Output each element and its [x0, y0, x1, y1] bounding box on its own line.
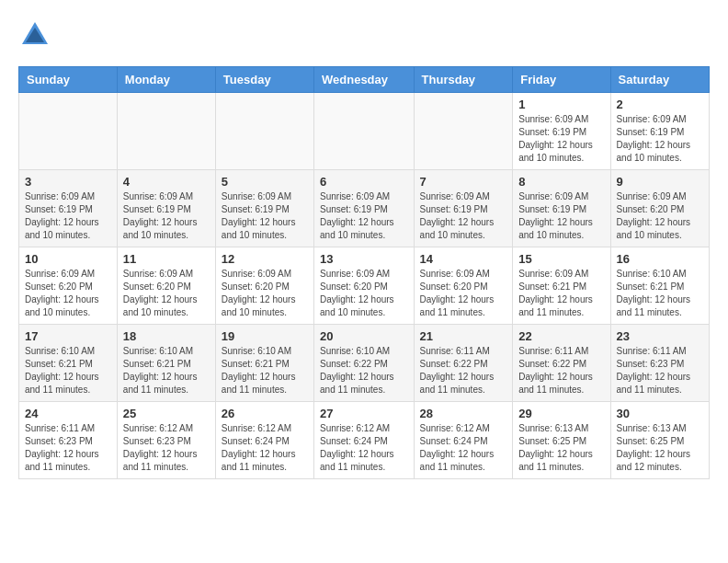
day-header-thursday: Thursday — [414, 67, 513, 93]
calendar-cell: 4Sunrise: 6:09 AM Sunset: 6:19 PM Daylig… — [117, 170, 215, 247]
day-number: 9 — [617, 175, 703, 189]
day-header-tuesday: Tuesday — [215, 67, 313, 93]
calendar-cell: 22Sunrise: 6:11 AM Sunset: 6:22 PM Dayli… — [513, 325, 610, 402]
day-info: Sunrise: 6:10 AM Sunset: 6:21 PM Dayligh… — [25, 345, 111, 396]
day-number: 22 — [518, 329, 604, 343]
calendar-cell: 15Sunrise: 6:09 AM Sunset: 6:21 PM Dayli… — [513, 247, 610, 325]
day-header-friday: Friday — [513, 67, 610, 93]
calendar-cell: 28Sunrise: 6:12 AM Sunset: 6:24 PM Dayli… — [414, 402, 513, 479]
calendar-cell: 16Sunrise: 6:10 AM Sunset: 6:21 PM Dayli… — [610, 247, 709, 325]
day-info: Sunrise: 6:09 AM Sunset: 6:20 PM Dayligh… — [420, 268, 507, 319]
day-number: 7 — [420, 175, 507, 189]
calendar-cell: 21Sunrise: 6:11 AM Sunset: 6:22 PM Dayli… — [414, 325, 513, 402]
calendar-cell: 5Sunrise: 6:09 AM Sunset: 6:19 PM Daylig… — [215, 170, 313, 247]
day-info: Sunrise: 6:13 AM Sunset: 6:25 PM Dayligh… — [617, 422, 703, 474]
calendar-cell: 23Sunrise: 6:11 AM Sunset: 6:23 PM Dayli… — [610, 325, 709, 402]
day-header-saturday: Saturday — [610, 67, 709, 93]
logo — [18, 18, 57, 52]
calendar-cell — [314, 93, 415, 170]
day-info: Sunrise: 6:09 AM Sunset: 6:19 PM Dayligh… — [123, 190, 210, 242]
day-number: 23 — [617, 329, 703, 343]
day-number: 30 — [617, 407, 703, 420]
day-number: 27 — [320, 407, 408, 420]
day-number: 25 — [123, 407, 210, 420]
calendar-cell: 27Sunrise: 6:12 AM Sunset: 6:24 PM Dayli… — [314, 402, 415, 479]
day-info: Sunrise: 6:11 AM Sunset: 6:23 PM Dayligh… — [617, 345, 703, 396]
calendar-cell: 19Sunrise: 6:10 AM Sunset: 6:21 PM Dayli… — [215, 325, 313, 402]
calendar-cell: 10Sunrise: 6:09 AM Sunset: 6:20 PM Dayli… — [19, 247, 118, 325]
day-number: 10 — [25, 252, 111, 266]
calendar-week-row: 17Sunrise: 6:10 AM Sunset: 6:21 PM Dayli… — [19, 325, 710, 402]
calendar-cell — [117, 93, 215, 170]
day-number: 20 — [320, 329, 408, 343]
calendar-week-row: 3Sunrise: 6:09 AM Sunset: 6:19 PM Daylig… — [19, 170, 710, 247]
day-number: 26 — [222, 407, 308, 420]
day-info: Sunrise: 6:12 AM Sunset: 6:24 PM Dayligh… — [420, 422, 507, 474]
day-info: Sunrise: 6:12 AM Sunset: 6:24 PM Dayligh… — [320, 422, 408, 474]
calendar-cell: 13Sunrise: 6:09 AM Sunset: 6:20 PM Dayli… — [314, 247, 415, 325]
calendar-cell: 29Sunrise: 6:13 AM Sunset: 6:25 PM Dayli… — [513, 402, 610, 479]
day-info: Sunrise: 6:09 AM Sunset: 6:19 PM Dayligh… — [518, 113, 604, 165]
day-info: Sunrise: 6:09 AM Sunset: 6:19 PM Dayligh… — [518, 190, 604, 242]
calendar-cell: 8Sunrise: 6:09 AM Sunset: 6:19 PM Daylig… — [513, 170, 610, 247]
calendar-cell: 17Sunrise: 6:10 AM Sunset: 6:21 PM Dayli… — [19, 325, 118, 402]
day-number: 13 — [320, 252, 408, 266]
day-info: Sunrise: 6:09 AM Sunset: 6:21 PM Dayligh… — [518, 268, 604, 319]
calendar-cell — [19, 93, 118, 170]
day-info: Sunrise: 6:10 AM Sunset: 6:21 PM Dayligh… — [123, 345, 210, 396]
calendar-cell: 7Sunrise: 6:09 AM Sunset: 6:19 PM Daylig… — [414, 170, 513, 247]
day-number: 16 — [617, 252, 703, 266]
day-info: Sunrise: 6:09 AM Sunset: 6:19 PM Dayligh… — [25, 190, 111, 242]
day-info: Sunrise: 6:09 AM Sunset: 6:20 PM Dayligh… — [222, 268, 308, 319]
day-header-monday: Monday — [117, 67, 215, 93]
day-info: Sunrise: 6:11 AM Sunset: 6:22 PM Dayligh… — [420, 345, 507, 396]
day-info: Sunrise: 6:09 AM Sunset: 6:20 PM Dayligh… — [123, 268, 210, 319]
day-number: 3 — [25, 175, 111, 189]
day-info: Sunrise: 6:09 AM Sunset: 6:20 PM Dayligh… — [617, 190, 703, 242]
calendar-cell: 6Sunrise: 6:09 AM Sunset: 6:19 PM Daylig… — [314, 170, 415, 247]
calendar-header-row: SundayMondayTuesdayWednesdayThursdayFrid… — [19, 67, 710, 93]
day-number: 18 — [123, 329, 210, 343]
calendar-week-row: 24Sunrise: 6:11 AM Sunset: 6:23 PM Dayli… — [19, 402, 710, 479]
calendar-cell: 30Sunrise: 6:13 AM Sunset: 6:25 PM Dayli… — [610, 402, 709, 479]
calendar-cell — [414, 93, 513, 170]
calendar-table: SundayMondayTuesdayWednesdayThursdayFrid… — [18, 66, 710, 479]
day-number: 21 — [420, 329, 507, 343]
calendar-cell: 2Sunrise: 6:09 AM Sunset: 6:19 PM Daylig… — [610, 93, 709, 170]
day-number: 12 — [222, 252, 308, 266]
calendar-cell: 12Sunrise: 6:09 AM Sunset: 6:20 PM Dayli… — [215, 247, 313, 325]
calendar-cell: 9Sunrise: 6:09 AM Sunset: 6:20 PM Daylig… — [610, 170, 709, 247]
day-info: Sunrise: 6:09 AM Sunset: 6:20 PM Dayligh… — [320, 268, 408, 319]
day-info: Sunrise: 6:09 AM Sunset: 6:19 PM Dayligh… — [420, 190, 507, 242]
day-info: Sunrise: 6:11 AM Sunset: 6:23 PM Dayligh… — [25, 422, 111, 474]
day-number: 2 — [617, 98, 703, 111]
day-info: Sunrise: 6:12 AM Sunset: 6:24 PM Dayligh… — [222, 422, 308, 474]
logo-icon — [18, 18, 51, 52]
day-number: 19 — [222, 329, 308, 343]
day-info: Sunrise: 6:10 AM Sunset: 6:22 PM Dayligh… — [320, 345, 408, 396]
day-number: 4 — [123, 175, 210, 189]
calendar-cell: 26Sunrise: 6:12 AM Sunset: 6:24 PM Dayli… — [215, 402, 313, 479]
calendar-cell: 18Sunrise: 6:10 AM Sunset: 6:21 PM Dayli… — [117, 325, 215, 402]
day-info: Sunrise: 6:10 AM Sunset: 6:21 PM Dayligh… — [617, 268, 703, 319]
calendar-cell: 25Sunrise: 6:12 AM Sunset: 6:23 PM Dayli… — [117, 402, 215, 479]
calendar-week-row: 10Sunrise: 6:09 AM Sunset: 6:20 PM Dayli… — [19, 247, 710, 325]
day-number: 29 — [518, 407, 604, 420]
calendar-cell: 24Sunrise: 6:11 AM Sunset: 6:23 PM Dayli… — [19, 402, 118, 479]
calendar-cell — [215, 93, 313, 170]
day-info: Sunrise: 6:13 AM Sunset: 6:25 PM Dayligh… — [518, 422, 604, 474]
calendar-cell: 14Sunrise: 6:09 AM Sunset: 6:20 PM Dayli… — [414, 247, 513, 325]
day-info: Sunrise: 6:09 AM Sunset: 6:19 PM Dayligh… — [617, 113, 703, 165]
day-number: 28 — [420, 407, 507, 420]
page-header — [18, 18, 710, 52]
day-number: 5 — [222, 175, 308, 189]
calendar-cell: 11Sunrise: 6:09 AM Sunset: 6:20 PM Dayli… — [117, 247, 215, 325]
day-info: Sunrise: 6:09 AM Sunset: 6:19 PM Dayligh… — [320, 190, 408, 242]
day-number: 1 — [518, 98, 604, 111]
calendar-cell: 20Sunrise: 6:10 AM Sunset: 6:22 PM Dayli… — [314, 325, 415, 402]
day-number: 8 — [518, 175, 604, 189]
day-header-wednesday: Wednesday — [314, 67, 415, 93]
day-info: Sunrise: 6:10 AM Sunset: 6:21 PM Dayligh… — [222, 345, 308, 396]
day-number: 14 — [420, 252, 507, 266]
calendar-cell: 1Sunrise: 6:09 AM Sunset: 6:19 PM Daylig… — [513, 93, 610, 170]
